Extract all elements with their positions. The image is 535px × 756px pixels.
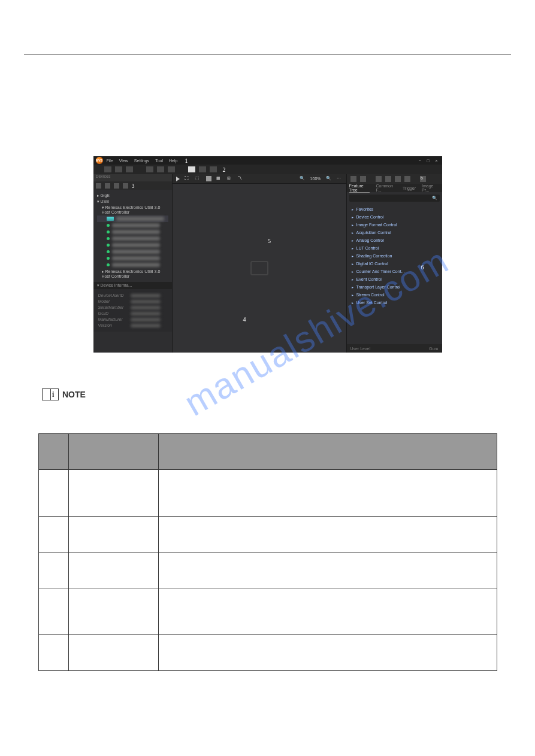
annotation-4: 4 bbox=[243, 316, 246, 323]
tree-node-host[interactable]: ▾ Renesas Electronics USB 3.0 Host Contr… bbox=[97, 205, 168, 214]
tab-feature-tree[interactable]: Feature Tree bbox=[349, 184, 370, 193]
devices-header: Devices bbox=[93, 174, 172, 181]
tree-node-host[interactable]: ▸ Renesas Electronics USB 3.0 Host Contr… bbox=[97, 269, 168, 278]
menu-view[interactable]: View bbox=[119, 159, 128, 163]
tree-node-gige[interactable]: ▸ GigE bbox=[97, 193, 168, 198]
menu-tool[interactable]: Tool bbox=[155, 159, 163, 163]
layout-2-icon[interactable]: ▦ bbox=[216, 176, 222, 182]
device-item-selected[interactable] bbox=[97, 215, 168, 222]
feat-counter[interactable]: Counter And Timer Cont... bbox=[352, 268, 437, 275]
layout-1-icon[interactable] bbox=[206, 176, 211, 181]
device-item[interactable] bbox=[97, 255, 168, 262]
feat-stream[interactable]: Stream Control bbox=[352, 291, 437, 299]
menu-help[interactable]: Help bbox=[169, 159, 177, 163]
menu-settings[interactable]: Settings bbox=[134, 159, 149, 163]
device-item[interactable] bbox=[97, 262, 168, 268]
feat-digital-io[interactable]: Digital IO Control bbox=[352, 260, 437, 268]
info-key: Model bbox=[98, 299, 131, 303]
feature-toolbar: ↻ bbox=[347, 174, 442, 184]
feat-transport[interactable]: Transport Layer Control bbox=[352, 283, 437, 291]
display-toolbar: ⛶ ⬚ ▦ ⊞ 〽 🔍 100% 🔍 ⋯ bbox=[173, 174, 346, 184]
fullscreen-icon[interactable]: ⛶ bbox=[185, 176, 191, 182]
tab-trigger[interactable]: Trigger bbox=[403, 186, 416, 190]
app-logo-icon: MVS bbox=[96, 157, 103, 164]
feat-device-control[interactable]: Device Control bbox=[352, 213, 437, 221]
toolbar-icon[interactable] bbox=[104, 166, 111, 172]
toolbar-icon[interactable] bbox=[126, 166, 133, 172]
feat-favorites[interactable]: Favorites bbox=[352, 205, 437, 213]
device-item[interactable] bbox=[97, 222, 168, 229]
device-tool-icon[interactable] bbox=[105, 183, 110, 189]
feature-tool-icon[interactable] bbox=[350, 176, 356, 182]
device-item[interactable] bbox=[97, 248, 168, 255]
feat-shading[interactable]: Shading Correction bbox=[352, 252, 437, 260]
feature-tool-icon[interactable] bbox=[385, 176, 391, 182]
device-item[interactable] bbox=[97, 235, 168, 242]
col-name bbox=[68, 434, 158, 470]
note-callout: i NOTE bbox=[42, 388, 535, 400]
minimize-button[interactable]: − bbox=[417, 159, 423, 163]
device-item[interactable] bbox=[97, 242, 168, 248]
feature-search[interactable]: 🔍 bbox=[349, 195, 440, 202]
menu-file[interactable]: File bbox=[107, 159, 113, 163]
tab-common[interactable]: Common F... bbox=[376, 184, 397, 192]
description-table bbox=[38, 433, 497, 671]
book-icon: i bbox=[42, 388, 59, 400]
tab-image[interactable]: Image Pr... bbox=[422, 184, 440, 192]
col-no bbox=[38, 434, 68, 470]
device-tree: ▸ GigE ▾ USB ▾ Renesas Electronics USB 3… bbox=[93, 190, 172, 282]
device-tool-icon[interactable] bbox=[123, 183, 128, 189]
feature-tool-icon[interactable] bbox=[360, 176, 366, 182]
app-screenshot: MVS File View Settings Tool Help 1 − □ ×… bbox=[93, 156, 442, 353]
info-key: DeviceUserID bbox=[98, 293, 131, 297]
device-tool-icon[interactable] bbox=[114, 183, 119, 189]
feature-tool-icon[interactable] bbox=[395, 176, 401, 182]
toolbar-icon[interactable] bbox=[157, 166, 164, 172]
info-key: Manufacturer bbox=[98, 317, 131, 321]
user-level-value[interactable]: Guru bbox=[429, 347, 439, 351]
feature-tabs: Feature Tree Common F... Trigger Image P… bbox=[347, 184, 442, 192]
annotation-1: 1 bbox=[185, 157, 188, 164]
toolbar-icon[interactable] bbox=[115, 166, 122, 172]
feature-tool-icon[interactable] bbox=[376, 176, 382, 182]
feat-acquisition[interactable]: Acquisition Control bbox=[352, 229, 437, 236]
close-button[interactable]: × bbox=[434, 159, 440, 163]
device-tool-icon[interactable] bbox=[96, 183, 101, 189]
zoom-value: 100% bbox=[310, 177, 321, 181]
camera-icon bbox=[107, 217, 114, 221]
note-label: NOTE bbox=[62, 390, 86, 399]
feat-analog[interactable]: Analog Control bbox=[352, 236, 437, 244]
chart-icon[interactable]: 〽 bbox=[238, 176, 244, 182]
maximize-button[interactable]: □ bbox=[425, 159, 431, 163]
device-info-header[interactable]: ▾ Device Informa... bbox=[93, 282, 172, 289]
annotation-6: 6 bbox=[421, 264, 424, 271]
annotation-3: 3 bbox=[132, 183, 135, 189]
page-rule-top bbox=[24, 54, 511, 54]
menu-bar: MVS File View Settings Tool Help 1 − □ × bbox=[93, 156, 442, 165]
feat-userset[interactable]: User Set Control bbox=[352, 299, 437, 306]
annotation-2: 2 bbox=[223, 166, 226, 173]
info-key: Version bbox=[98, 323, 131, 327]
feat-event[interactable]: Event Control bbox=[352, 275, 437, 283]
refresh-icon[interactable]: ↻ bbox=[420, 176, 426, 182]
info-key: GUID bbox=[98, 311, 131, 315]
toolbar-icon[interactable] bbox=[146, 166, 153, 172]
control-toolbar: 2 bbox=[93, 165, 442, 174]
toolbar-icon[interactable] bbox=[168, 166, 175, 172]
more-icon[interactable]: ⋯ bbox=[337, 176, 343, 182]
play-icon[interactable] bbox=[176, 177, 180, 181]
feat-image-format[interactable]: Image Format Control bbox=[352, 221, 437, 229]
zoom-out-icon[interactable]: 🔍 bbox=[300, 176, 306, 182]
toolbar-icon[interactable] bbox=[199, 166, 206, 172]
feature-tool-icon[interactable] bbox=[404, 176, 410, 182]
device-list-panel: Devices 3 ▸ GigE ▾ USB ▾ Renesas Electro… bbox=[93, 174, 173, 353]
toolbar-icon[interactable] bbox=[210, 166, 217, 172]
layout-grid-icon[interactable]: ⊞ bbox=[227, 176, 233, 182]
tree-node-usb[interactable]: ▾ USB bbox=[97, 199, 168, 204]
toolbar-icon[interactable] bbox=[188, 166, 195, 172]
zoom-in-icon[interactable]: 🔍 bbox=[326, 176, 332, 182]
feat-lut[interactable]: LUT Control bbox=[352, 244, 437, 252]
device-item[interactable] bbox=[97, 229, 168, 235]
user-level-label: User Level bbox=[350, 347, 370, 351]
fit-icon[interactable]: ⬚ bbox=[195, 176, 201, 182]
